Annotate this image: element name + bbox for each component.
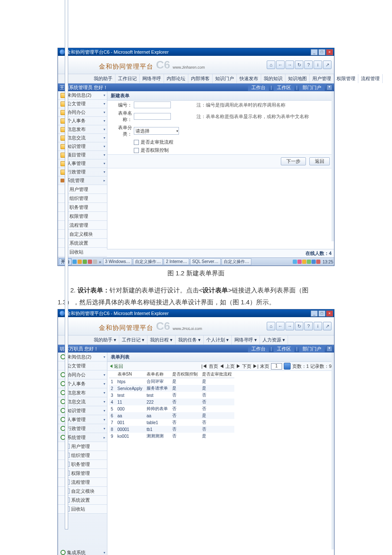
next-button[interactable]: 下一步 [281,157,306,165]
tray-icon[interactable] [302,260,306,264]
help-icon[interactable]: ? [304,322,313,330]
chevron-down-icon: ▾ [104,382,105,386]
refresh-icon[interactable]: ↻ [295,322,303,330]
table-row[interactable]: 7001table1否否 [109,419,234,426]
quicklaunch-icon[interactable] [88,260,92,264]
tab-internal-blog[interactable]: 内部博客 [188,74,213,83]
tab-perm-mgmt[interactable]: 权限管理 [334,74,358,83]
top-tabs: 我的助手 工作日记 网络寻呼 内部论坛 内部博客 知识门户 快速发布 我的知识 … [58,74,334,84]
tab-work-diary[interactable]: 工作日记 [115,74,140,83]
tab-user-mgmt[interactable]: 用户管理 [310,74,334,83]
table-row[interactable]: 411222否否 [109,399,234,405]
window-titlebar: 金和协同管理平台C6 - Microsoft Internet Explorer… [58,309,334,317]
sidebar-item-integrate[interactable]: 集成系统▾ [58,548,107,555]
main-scrollbar[interactable] [331,353,334,549]
chevron-down-icon: ▾ [104,110,105,114]
quicklaunch-icon[interactable] [78,260,82,264]
tab-net-pager[interactable]: 网络寻呼 [140,74,164,83]
right-tab-workarea[interactable]: 工作区 [274,345,294,352]
table-row[interactable]: 800001tb1否否 [109,426,234,433]
forward-icon[interactable]: → [285,322,294,330]
right-tab-workarea[interactable]: 工作区 [274,84,294,91]
checkbox-permission[interactable] [134,148,139,153]
tray-icon[interactable] [307,260,311,264]
portal-dropdown-icon[interactable]: ▾ [326,84,332,90]
table-cell: 否 [200,399,234,405]
portal-dropdown-icon[interactable]: ▾ [326,346,332,352]
checkbox-approval[interactable] [134,140,139,145]
back-icon[interactable]: ← [276,322,285,330]
tab-knowledge-map[interactable]: 知识地图 [285,74,310,83]
table-cell: tb1 [145,426,170,433]
main-scrollbar[interactable] [331,91,334,241]
table-cell: 9 [109,433,116,439]
tab-my-schedule[interactable]: 我的日程 ▾ [147,335,176,344]
quicklaunch-icon[interactable] [93,260,97,264]
tray-icon[interactable] [297,260,302,264]
task-item[interactable]: 3 Windows… [103,258,133,265]
tray-icon[interactable] [293,260,297,264]
forward-icon[interactable]: → [285,61,294,69]
table-cell: test [145,392,170,399]
task-item[interactable]: 2 Interne… [164,258,189,265]
pager-nav[interactable]: |◀ 首页 ◀ 上页 ▶ 下页 ▶| 末页 [202,363,269,370]
right-tab-dept-portal[interactable]: 部门门户 [299,84,325,91]
window-close-button[interactable]: × [326,49,333,55]
tab-my-tasks[interactable]: 我的任务 ▾ [176,335,204,344]
chevron-down-icon: ▾ [104,418,105,422]
table-row[interactable]: 1htps合同评审是是 [109,378,234,385]
task-item[interactable]: 自定义操作… [133,258,163,265]
task-item[interactable]: SQL Server… [190,258,221,265]
info-icon[interactable]: i [314,61,322,69]
table-row[interactable]: 5000帅帅的表单否否 [109,405,234,412]
home-icon[interactable]: ⌂ [267,322,275,330]
window-close-button[interactable]: × [326,310,333,317]
window-max-button[interactable]: □ [318,49,326,55]
th-name: 表单名称 [145,371,170,378]
right-tab-workbench[interactable]: 工作台 [248,345,269,352]
window-min-button[interactable]: _ [311,49,318,55]
tray-icon[interactable] [311,260,316,264]
table-row[interactable]: 9ko001测测测测否是 [109,433,234,439]
tab-personal-plan[interactable]: 个人计划 ▾ [204,335,232,344]
chevron-down-icon: ▾ [104,409,105,413]
tab-quick-publish[interactable]: 快速发布 [237,74,261,83]
back-icon[interactable]: ← [276,61,285,69]
tab-internal-forum[interactable]: 内部论坛 [164,74,188,83]
quicklaunch-icon[interactable] [83,260,87,264]
tab-net-pager[interactable]: 网络寻呼 ▾ [232,335,260,344]
category-select[interactable]: 请选择 ▾ [134,127,179,135]
right-tab-workbench[interactable]: 工作台 [248,84,269,91]
code-input[interactable] [134,101,171,108]
pager-go-button[interactable] [284,363,291,370]
tab-hr-resources[interactable]: 人力资源 ▾ [260,335,288,344]
help-icon[interactable]: ? [304,61,313,69]
logout-icon[interactable]: ↗ [323,322,331,330]
tab-my-knowledge[interactable]: 我的知识 [261,74,285,83]
name-input[interactable] [134,113,171,120]
info-icon[interactable]: i [314,322,322,330]
home-icon[interactable]: ⌂ [267,61,275,69]
task-item[interactable]: 自定义操作… [222,258,251,265]
tray-icon[interactable] [316,260,320,264]
logout-icon[interactable]: ↗ [323,61,331,69]
back-link[interactable]: 返回 [110,363,123,370]
table-row[interactable]: 6aaaa否是 [109,412,234,419]
pager-page-input[interactable]: 1 [271,363,282,370]
table-row[interactable]: 2ServiceApply服务请求单是是 [109,385,234,392]
tab-flow-mgmt[interactable]: 流程管理 [358,74,383,83]
sidebar-sub-recycle[interactable]: 回收站 [58,248,107,257]
tab-knowledge-portal[interactable]: 知识门户 [213,74,237,83]
table-row[interactable]: 3testtest否否 [109,392,234,399]
back-button[interactable]: 返回 [309,157,330,165]
refresh-icon[interactable]: ↻ [295,61,303,69]
quicklaunch-icon[interactable] [72,260,77,264]
logo-c6: C6 [156,58,170,72]
taskbar: 开始 » 3 Windows… 自定义操作… 2 Interne… SQL Se… [58,257,334,266]
tab-work-diary[interactable]: 工作日记 ▾ [119,335,147,344]
tab-my-assistant[interactable]: 我的助手 ▾ [91,335,119,344]
tab-my-assistant[interactable]: 我的助手 [91,74,115,83]
window-min-button[interactable]: _ [311,310,318,317]
window-max-button[interactable]: □ [318,310,326,317]
right-tab-dept-portal[interactable]: 部门门户 [299,345,325,352]
